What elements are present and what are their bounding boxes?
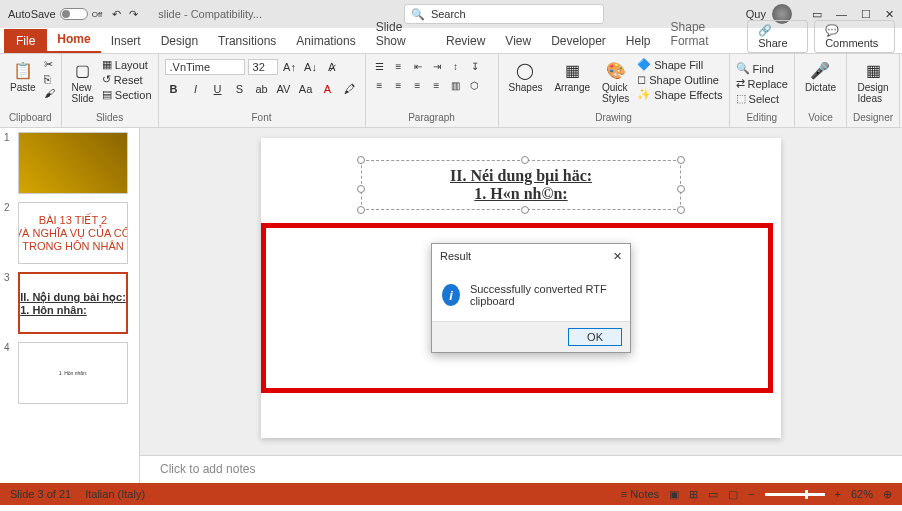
- autosave-state: Off: [92, 10, 103, 19]
- tab-design[interactable]: Design: [151, 29, 208, 53]
- paste-button[interactable]: 📋Paste: [6, 58, 40, 95]
- tab-home[interactable]: Home: [47, 27, 100, 53]
- sorter-view-icon[interactable]: ⊞: [689, 488, 698, 501]
- clear-format-icon[interactable]: A̷: [323, 58, 341, 76]
- notes-toggle[interactable]: ≡ Notes: [621, 488, 659, 500]
- thumbnail-panel[interactable]: 1 2BÀI 13 TIẾT 2 QUYỀN VÀ NGHĨA VỤ CỦA C…: [0, 128, 140, 483]
- textbox-selected[interactable]: II. Néi dung bµi häc: 1. H«n nh©n:: [361, 160, 681, 210]
- quick-styles-button[interactable]: 🎨Quick Styles: [598, 58, 633, 106]
- decrease-font-icon[interactable]: A↓: [302, 58, 320, 76]
- tab-review[interactable]: Review: [436, 29, 495, 53]
- toggle-switch[interactable]: [60, 8, 88, 20]
- increase-font-icon[interactable]: A↑: [281, 58, 299, 76]
- arrange-button[interactable]: ▦Arrange: [550, 58, 594, 95]
- resize-handle[interactable]: [357, 185, 365, 193]
- shadow-button[interactable]: ab: [253, 80, 271, 98]
- case-button[interactable]: Aa: [297, 80, 315, 98]
- ribbon-options-icon[interactable]: ▭: [812, 8, 822, 21]
- select-button[interactable]: ⬚ Select: [736, 92, 788, 105]
- align-left-button[interactable]: ≡: [372, 77, 388, 93]
- text-direction-button[interactable]: ↧: [467, 58, 483, 74]
- tab-slideshow[interactable]: Slide Show: [366, 15, 436, 53]
- fit-window-icon[interactable]: ⊕: [883, 488, 892, 501]
- slide[interactable]: II. Néi dung bµi häc: 1. H«n nh©n: Resul…: [261, 138, 781, 438]
- find-button[interactable]: 🔍 Find: [736, 62, 788, 75]
- indent-inc-button[interactable]: ⇥: [429, 58, 445, 74]
- resize-handle[interactable]: [357, 206, 365, 214]
- dialog-close-icon[interactable]: ✕: [613, 250, 622, 263]
- undo-icon[interactable]: ↶: [112, 8, 121, 21]
- numbering-button[interactable]: ≡: [391, 58, 407, 74]
- font-color-button[interactable]: A: [319, 80, 337, 98]
- zoom-in-icon[interactable]: +: [835, 488, 841, 500]
- design-ideas-button[interactable]: ▦Design Ideas: [853, 58, 893, 106]
- align-right-button[interactable]: ≡: [410, 77, 426, 93]
- comments-button[interactable]: 💬 Comments: [814, 20, 895, 53]
- tab-help[interactable]: Help: [616, 29, 661, 53]
- resize-handle[interactable]: [677, 156, 685, 164]
- new-slide-button[interactable]: ▢New Slide: [68, 58, 98, 106]
- shape-outline-button[interactable]: ◻ Shape Outline: [637, 73, 722, 86]
- tab-transitions[interactable]: Transitions: [208, 29, 286, 53]
- reset-button[interactable]: ↺ Reset: [102, 73, 152, 86]
- font-name-select[interactable]: [165, 59, 245, 75]
- bullets-button[interactable]: ☰: [372, 58, 388, 74]
- info-icon: i: [442, 284, 460, 306]
- resize-handle[interactable]: [357, 156, 365, 164]
- tab-file[interactable]: File: [4, 29, 47, 53]
- smartart-button[interactable]: ⬡: [467, 77, 483, 93]
- columns-button[interactable]: ▥: [448, 77, 464, 93]
- resize-handle[interactable]: [677, 185, 685, 193]
- line-spacing-button[interactable]: ↕: [448, 58, 464, 74]
- maximize-icon[interactable]: ☐: [861, 8, 871, 21]
- minimize-icon[interactable]: —: [836, 8, 847, 21]
- autosave-toggle[interactable]: AutoSave Off: [8, 8, 102, 20]
- share-button[interactable]: 🔗 Share: [747, 20, 808, 53]
- font-size-select[interactable]: [248, 59, 278, 75]
- resize-handle[interactable]: [521, 206, 529, 214]
- zoom-level[interactable]: 62%: [851, 488, 873, 500]
- bold-button[interactable]: B: [165, 80, 183, 98]
- replace-button[interactable]: ⇄ Replace: [736, 77, 788, 90]
- strike-button[interactable]: S: [231, 80, 249, 98]
- resize-handle[interactable]: [677, 206, 685, 214]
- close-icon[interactable]: ✕: [885, 8, 894, 21]
- cut-button[interactable]: ✂: [44, 58, 55, 71]
- highlight-button[interactable]: 🖍: [341, 80, 359, 98]
- align-center-button[interactable]: ≡: [391, 77, 407, 93]
- indent-dec-button[interactable]: ⇤: [410, 58, 426, 74]
- tab-view[interactable]: View: [495, 29, 541, 53]
- normal-view-icon[interactable]: ▣: [669, 488, 679, 501]
- tab-shape-format[interactable]: Shape Format: [661, 15, 745, 53]
- format-painter-button[interactable]: 🖌: [44, 87, 55, 99]
- layout-button[interactable]: ▦ Layout: [102, 58, 152, 71]
- shapes-button[interactable]: ◯Shapes: [505, 58, 547, 95]
- slide-thumb-3[interactable]: II. Nội dung bài học: 1. Hôn nhân:: [18, 272, 128, 334]
- underline-button[interactable]: U: [209, 80, 227, 98]
- zoom-out-icon[interactable]: −: [748, 488, 754, 500]
- slide-canvas[interactable]: II. Néi dung bµi häc: 1. H«n nh©n: Resul…: [140, 128, 902, 455]
- redo-icon[interactable]: ↷: [129, 8, 138, 21]
- spacing-button[interactable]: AV: [275, 80, 293, 98]
- slide-thumb-1[interactable]: [18, 132, 128, 194]
- ok-button[interactable]: OK: [568, 328, 622, 346]
- zoom-slider[interactable]: [765, 493, 825, 496]
- copy-button[interactable]: ⎘: [44, 73, 55, 85]
- slide-thumb-2[interactable]: BÀI 13 TIẾT 2 QUYỀN VÀ NGHĨA VỤ CỦA CÔNG…: [18, 202, 128, 264]
- notes-pane[interactable]: Click to add notes: [140, 455, 902, 483]
- dictate-button[interactable]: 🎤Dictate: [801, 58, 840, 95]
- language-indicator[interactable]: Italian (Italy): [85, 488, 145, 500]
- resize-handle[interactable]: [521, 156, 529, 164]
- section-button[interactable]: ▤ Section: [102, 88, 152, 101]
- slide-counter[interactable]: Slide 3 of 21: [10, 488, 71, 500]
- tab-developer[interactable]: Developer: [541, 29, 616, 53]
- italic-button[interactable]: I: [187, 80, 205, 98]
- slide-thumb-4[interactable]: 1. Hôn nhân:: [18, 342, 128, 404]
- shape-effects-button[interactable]: ✨ Shape Effects: [637, 88, 722, 101]
- justify-button[interactable]: ≡: [429, 77, 445, 93]
- tab-insert[interactable]: Insert: [101, 29, 151, 53]
- shape-fill-button[interactable]: 🔷 Shape Fill: [637, 58, 722, 71]
- reading-view-icon[interactable]: ▭: [708, 488, 718, 501]
- tab-animations[interactable]: Animations: [286, 29, 365, 53]
- slideshow-view-icon[interactable]: ▢: [728, 488, 738, 501]
